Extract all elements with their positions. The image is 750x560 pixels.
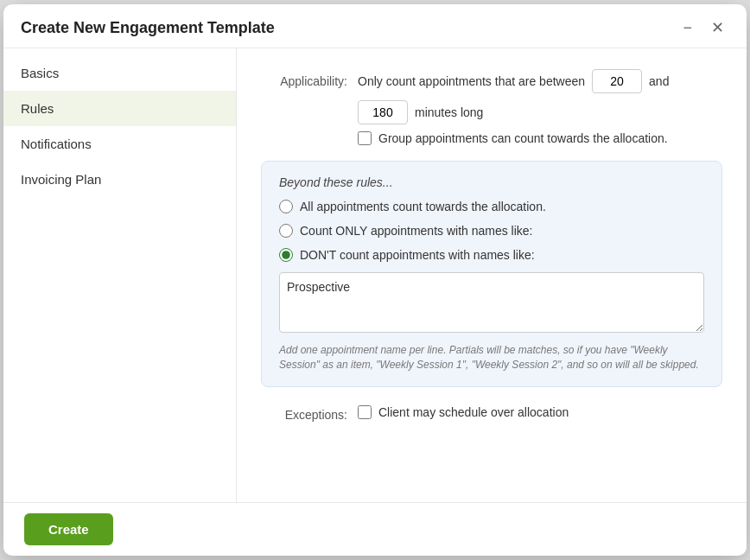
- exceptions-row: Exceptions: Client may schedule over all…: [261, 403, 722, 422]
- radio-all-row: All appointments count towards the alloc…: [279, 200, 704, 213]
- applicability-row: Applicability: Only count appointments t…: [261, 69, 722, 145]
- applicability-inline: Only count appointments that are between…: [358, 69, 722, 124]
- radio-only-row: Count ONLY appointments with names like:: [279, 224, 704, 238]
- sidebar-item-rules[interactable]: Rules: [3, 91, 236, 126]
- minimize-button[interactable]: −: [677, 18, 697, 37]
- sidebar: Basics Rules Notifications Invoicing Pla…: [3, 48, 237, 502]
- applicability-and: and: [649, 74, 669, 88]
- dialog-title: Create New Engagement Template: [21, 19, 275, 37]
- radio-all[interactable]: [279, 200, 293, 213]
- textarea-hint: Add one appointment name per line. Parti…: [279, 343, 704, 372]
- close-button[interactable]: ✕: [706, 18, 729, 37]
- radio-dont-label: DON'T count appointments with names like…: [300, 248, 535, 262]
- exceptions-checkbox-label: Client may schedule over allocation: [378, 405, 569, 419]
- radio-only[interactable]: [279, 224, 293, 238]
- applicability-max-input[interactable]: [358, 100, 408, 124]
- sidebar-item-invoicing-plan[interactable]: Invoicing Plan: [3, 162, 236, 197]
- create-button[interactable]: Create: [24, 513, 113, 545]
- beyond-title: Beyond these rules...: [279, 175, 704, 189]
- group-appointments-checkbox[interactable]: [358, 131, 372, 145]
- dialog-body: Basics Rules Notifications Invoicing Pla…: [3, 48, 747, 502]
- radio-only-label: Count ONLY appointments with names like:: [300, 224, 533, 238]
- sidebar-item-notifications[interactable]: Notifications: [3, 126, 236, 162]
- applicability-text-after: minutes long: [415, 105, 483, 119]
- title-buttons: − ✕: [677, 18, 729, 37]
- create-engagement-dialog: Create New Engagement Template − ✕ Basic…: [3, 4, 747, 556]
- main-content: Applicability: Only count appointments t…: [237, 48, 747, 502]
- radio-dont-row: DON'T count appointments with names like…: [279, 248, 704, 262]
- applicability-min-input[interactable]: [592, 69, 642, 93]
- group-appointments-row: Group appointments can count towards the…: [358, 131, 722, 145]
- beyond-rules-box: Beyond these rules... All appointments c…: [261, 161, 722, 387]
- dialog-footer: Create: [3, 502, 747, 556]
- applicability-content: Only count appointments that are between…: [358, 69, 722, 145]
- names-textarea[interactable]: Prospective: [279, 272, 704, 333]
- applicability-text-before: Only count appointments that are between: [358, 74, 585, 88]
- exceptions-label: Exceptions:: [261, 403, 347, 422]
- radio-all-label: All appointments count towards the alloc…: [300, 200, 546, 213]
- sidebar-item-basics[interactable]: Basics: [3, 55, 236, 91]
- exceptions-checkbox[interactable]: [358, 405, 372, 419]
- dialog-title-bar: Create New Engagement Template − ✕: [3, 4, 747, 48]
- radio-dont[interactable]: [279, 248, 293, 262]
- group-appointments-label: Group appointments can count towards the…: [378, 131, 668, 145]
- applicability-label: Applicability:: [261, 69, 347, 88]
- exceptions-content: Client may schedule over allocation: [358, 405, 569, 419]
